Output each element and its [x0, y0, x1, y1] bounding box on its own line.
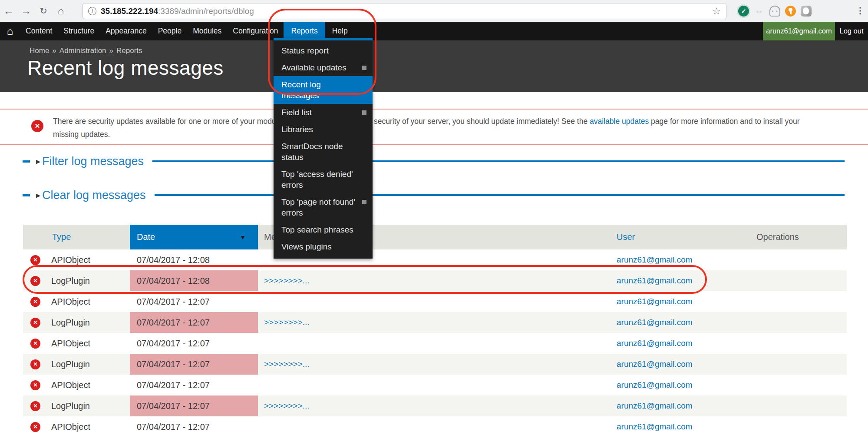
page-title: Recent log messages	[27, 56, 224, 80]
sort-date-link[interactable]: Date	[137, 232, 155, 242]
chrome-menu-icon[interactable]: ⋮	[856, 5, 865, 16]
cell-message: >>>>>>>>...	[258, 354, 612, 375]
bookmark-star-icon[interactable]: ☆	[712, 6, 721, 17]
toolbar-item-reports[interactable]: Reports	[284, 22, 325, 40]
menu-item-top-access-denied-errors[interactable]: Top 'access denied' errors	[274, 166, 373, 193]
toolbar-item-structure[interactable]: Structure	[58, 22, 100, 40]
menu-item-recent-log-messages[interactable]: Recent log messages	[274, 76, 373, 104]
cell-severity: ✕	[23, 354, 48, 375]
toolbar-item-content[interactable]: Content	[20, 22, 58, 40]
menu-item-status-report[interactable]: Status report	[274, 42, 373, 59]
openvpn-extension-icon[interactable]	[785, 6, 796, 17]
error-icon: ✕	[30, 276, 40, 286]
cell-severity: ✕	[23, 270, 48, 291]
menu-item-smartdocs-node-status[interactable]: SmartDocs node status	[274, 138, 373, 166]
breadcrumb-home[interactable]: Home	[30, 47, 49, 55]
screenshot-extension-icon[interactable]	[801, 6, 812, 17]
back-icon[interactable]: ←	[0, 5, 17, 17]
menu-item-field-list[interactable]: Field list	[274, 104, 373, 121]
user-link[interactable]: arunz61@gmail.com	[617, 422, 693, 432]
faded-extension-icon[interactable]: ⁎⁎	[754, 6, 765, 17]
menu-item-label: Top 'access denied' errors	[281, 169, 356, 190]
chrome-home-icon[interactable]: ⌂	[52, 5, 69, 17]
message-link[interactable]: >>>>>>>>...	[264, 401, 310, 411]
menu-item-label: Top 'page not found' errors	[281, 196, 356, 218]
user-link[interactable]: arunz61@gmail.com	[617, 359, 693, 369]
message-link[interactable]: >>>>>>>>...	[264, 276, 310, 286]
menu-item-label: Recent log messages	[281, 79, 356, 101]
cell-user: arunz61@gmail.com	[612, 354, 738, 375]
error-icon: ✕	[30, 255, 40, 265]
account-button[interactable]: arunz61@gmail.com	[763, 22, 835, 40]
user-link[interactable]: arunz61@gmail.com	[617, 255, 693, 265]
reports-dropdown-menu: Status reportAvailable updatesRecent log…	[274, 38, 373, 259]
cell-type: LogPlugin	[48, 395, 130, 416]
clear-log-messages-toggle[interactable]: Clear log messages	[42, 189, 146, 202]
forward-icon[interactable]: →	[17, 5, 35, 17]
table-row: ✕APIObject07/04/2017 - 12:07arunz61@gmai…	[23, 416, 847, 432]
message-link[interactable]: >>>>>>>>...	[264, 359, 310, 369]
cell-operations	[738, 395, 847, 416]
message-link[interactable]: >>>>>>>>...	[264, 318, 310, 327]
menu-item-top-search-phrases[interactable]: Top search phrases	[274, 221, 373, 238]
toolbar-item-appearance[interactable]: Appearance	[100, 22, 152, 40]
cell-user: arunz61@gmail.com	[612, 416, 738, 432]
drupal-home-icon[interactable]: ⌂	[0, 22, 20, 40]
user-link[interactable]: arunz61@gmail.com	[617, 339, 693, 348]
log-table: Type Date ▼ Message User Operations ✕API…	[23, 225, 847, 432]
collapsed-arrow-icon[interactable]: ▶	[36, 192, 40, 199]
menu-item-label: Top search phrases	[281, 224, 356, 235]
toolbar-item-configuration[interactable]: Configuration	[227, 22, 284, 40]
menu-item-libraries[interactable]: Libraries	[274, 121, 373, 138]
logout-button[interactable]: Log out	[835, 22, 868, 40]
breadcrumb-separator: »	[52, 47, 56, 55]
user-link[interactable]: arunz61@gmail.com	[617, 276, 693, 286]
cell-message: >>>>>>>>...	[258, 395, 612, 416]
cell-date: 07/04/2017 - 12:08	[130, 270, 258, 291]
cell-operations	[738, 312, 847, 333]
sort-desc-icon[interactable]: ▼	[240, 234, 246, 241]
address-bar[interactable]: i 35.185.222.194 :3389/admin/reports/dbl…	[83, 3, 726, 19]
toolbar-item-people[interactable]: People	[152, 22, 188, 40]
user-link[interactable]: arunz61@gmail.com	[617, 297, 693, 306]
toolbar-items: ContentStructureAppearancePeopleModulesC…	[20, 22, 284, 40]
available-updates-link[interactable]: available updates	[590, 117, 649, 126]
user-link[interactable]: arunz61@gmail.com	[617, 318, 693, 327]
ghost-extension-icon[interactable]	[769, 6, 780, 17]
filter-log-messages-toggle[interactable]: Filter log messages	[42, 155, 144, 168]
toolbar-item-help[interactable]: Help	[325, 22, 355, 40]
menu-item-views-plugins[interactable]: Views plugins	[274, 238, 373, 255]
cell-date: 07/04/2017 - 12:07	[130, 354, 258, 375]
clear-fieldset: ▶ Clear log messages	[23, 186, 845, 204]
reload-icon[interactable]: ↻	[35, 6, 52, 16]
menu-item-top-page-not-found-errors[interactable]: Top 'page not found' errors	[274, 193, 373, 221]
sort-type-link[interactable]: Type	[52, 232, 71, 242]
sort-user-link[interactable]: User	[617, 232, 635, 242]
table-row: ✕APIObject07/04/2017 - 12:07arunz61@gmai…	[23, 375, 847, 395]
cell-date: 07/04/2017 - 12:07	[130, 416, 258, 432]
breadcrumb-administration[interactable]: Administration	[59, 47, 106, 55]
cell-severity: ✕	[23, 291, 48, 312]
security-warning-message: ✕ There are security updates available f…	[0, 109, 868, 145]
cell-message	[258, 333, 612, 354]
menu-item-available-updates[interactable]: Available updates	[274, 59, 373, 76]
cell-operations	[738, 333, 847, 354]
cell-operations	[738, 270, 847, 291]
user-link[interactable]: arunz61@gmail.com	[617, 401, 693, 411]
table-body: ✕APIObject07/04/2017 - 12:08arunz61@gmai…	[23, 249, 847, 432]
admin-toolbar: ⌂ ContentStructureAppearancePeopleModule…	[0, 22, 868, 40]
cell-user: arunz61@gmail.com	[612, 333, 738, 354]
user-link[interactable]: arunz61@gmail.com	[617, 380, 693, 390]
breadcrumb: Home»Administration»Reports	[30, 47, 142, 55]
table-row: ✕LogPlugin07/04/2017 - 12:07>>>>>>>>...a…	[23, 395, 847, 416]
table-row: ✕LogPlugin07/04/2017 - 12:07>>>>>>>>...a…	[23, 312, 847, 333]
breadcrumb-reports[interactable]: Reports	[116, 47, 142, 55]
warning-text-after: page for more information and to install…	[649, 117, 799, 126]
cell-type: LogPlugin	[48, 354, 130, 375]
page-info-icon[interactable]: i	[88, 7, 96, 15]
error-icon: ✕	[30, 297, 40, 307]
collapsed-arrow-icon[interactable]: ▶	[36, 158, 40, 165]
header-date: Date ▼	[130, 225, 258, 249]
adblock-check-extension-icon[interactable]: ✓	[738, 6, 749, 17]
toolbar-item-modules[interactable]: Modules	[187, 22, 227, 40]
